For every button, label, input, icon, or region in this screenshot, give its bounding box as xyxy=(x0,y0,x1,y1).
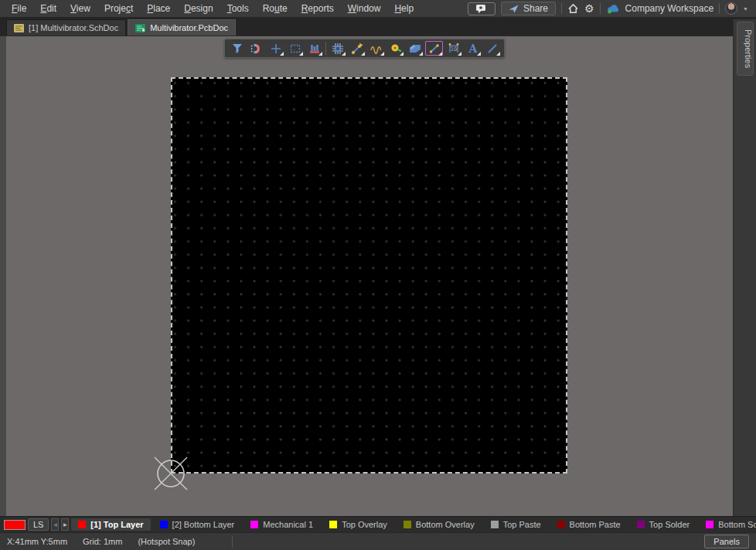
via-stack-icon xyxy=(308,42,322,56)
layer-tab-bottom-solder[interactable]: Bottom Solder xyxy=(699,518,756,531)
cursor-position-readout: X:41mm Y:5mm xyxy=(7,537,67,546)
layer-color-square xyxy=(491,521,499,528)
place-text-tool-button[interactable]: A xyxy=(463,40,482,56)
pcb-doc-icon xyxy=(135,24,145,32)
filter-tool-button[interactable] xyxy=(227,40,247,56)
layer-tab-bottom-paste[interactable]: Bottom Paste xyxy=(550,518,628,531)
share-arrow-icon xyxy=(509,5,519,13)
track-icon xyxy=(427,42,441,56)
layer-tab-bar: LS ◄ ► [1] Top Layer [2] Bottom Layer Me… xyxy=(0,516,756,532)
share-label: Share xyxy=(523,3,548,14)
schematic-doc-icon xyxy=(14,24,24,32)
board-origin-marker xyxy=(152,454,190,493)
pad-icon xyxy=(389,42,403,56)
text-icon: A xyxy=(466,42,480,56)
panels-button[interactable]: Panels xyxy=(704,535,749,548)
toolbar-separator xyxy=(325,42,326,55)
menu-place[interactable]: Place xyxy=(140,3,177,14)
comment-button[interactable] xyxy=(468,2,495,15)
filter-icon xyxy=(230,42,244,56)
selection-box-tool-button[interactable] xyxy=(285,40,305,56)
interactive-route-tool-button[interactable] xyxy=(347,40,366,56)
meander-icon xyxy=(369,42,383,56)
share-button[interactable]: Share xyxy=(501,2,556,15)
layer-color-square xyxy=(706,521,713,528)
layer-sets-button[interactable]: LS xyxy=(28,518,49,531)
line-icon xyxy=(485,42,499,56)
pcb-board-area[interactable] xyxy=(171,77,567,474)
menu-view[interactable]: View xyxy=(63,3,97,14)
dimension-icon: 10 xyxy=(447,42,461,56)
layer-color-square xyxy=(250,521,258,528)
altium-designer-window: File Edit View Project Place Design Tool… xyxy=(0,0,756,550)
layer-color-square xyxy=(329,521,337,528)
tab-multivibrator-schdoc[interactable]: [1] Multivibrator.SchDoc xyxy=(6,19,126,36)
right-panel-strip: Properties xyxy=(733,19,756,516)
comment-plus-icon xyxy=(475,4,487,14)
current-layer-color-swatch[interactable] xyxy=(4,520,26,530)
layer-tab-bottom-overlay[interactable]: Bottom Overlay xyxy=(397,518,482,531)
titlebar-right-controls: Share ⚙ Company Workspace ▼ xyxy=(468,2,751,15)
menu-reports[interactable]: Reports xyxy=(295,3,341,14)
home-icon[interactable] xyxy=(567,3,579,14)
scroll-layers-left-button[interactable]: ◄ xyxy=(51,518,59,531)
route-icon xyxy=(350,42,364,56)
layer-tab-top-overlay[interactable]: Top Overlay xyxy=(322,518,394,531)
cloud-workspace-icon xyxy=(606,4,620,14)
separator xyxy=(719,3,720,14)
menu-window[interactable]: Window xyxy=(341,3,388,14)
separator xyxy=(561,3,562,14)
layer-color-square xyxy=(404,521,411,528)
polygon-icon xyxy=(408,42,422,56)
gear-icon[interactable]: ⚙ xyxy=(584,3,594,14)
layer-color-square xyxy=(160,521,168,528)
scroll-layers-right-button[interactable]: ► xyxy=(61,518,69,531)
tab-label: [1] Multivibrator.SchDoc xyxy=(29,23,118,32)
layer-tab-top-solder[interactable]: Top Solder xyxy=(630,518,697,531)
dimension-tool-button[interactable]: 10 xyxy=(444,40,463,56)
svg-text:A: A xyxy=(468,42,478,55)
document-tab-bar: [1] Multivibrator.SchDoc Multivibrator.P… xyxy=(0,17,756,36)
menu-design[interactable]: Design xyxy=(177,3,220,14)
layer-tab-top-paste[interactable]: Top Paste xyxy=(484,518,548,531)
selection-rect-icon xyxy=(288,42,302,56)
separator xyxy=(232,536,233,548)
tab-label: Multivibrator.PcbDoc xyxy=(150,23,228,32)
menu-file[interactable]: File xyxy=(5,3,33,14)
layer-tab-bottom-layer[interactable]: [2] Bottom Layer xyxy=(153,518,242,531)
grid-readout: Grid: 1mm xyxy=(83,537,122,546)
place-component-tool-button[interactable] xyxy=(328,40,347,56)
menu-project[interactable]: Project xyxy=(97,3,140,14)
menu-edit[interactable]: Edit xyxy=(33,3,63,14)
layer-tab-mechanical-1[interactable]: Mechanical 1 xyxy=(243,518,320,531)
workspace-label[interactable]: Company Workspace xyxy=(625,3,714,14)
magnet-snap-tool-button[interactable] xyxy=(247,40,266,56)
layer-color-square xyxy=(78,521,86,528)
menu-bar: File Edit View Project Place Design Tool… xyxy=(0,0,756,17)
polygon-pour-tool-button[interactable] xyxy=(405,40,424,56)
properties-panel-tab[interactable]: Properties xyxy=(737,22,754,76)
menu-route[interactable]: Route xyxy=(256,3,295,14)
chip-icon xyxy=(331,42,345,56)
layer-color-square xyxy=(557,521,565,528)
place-pad-tool-button[interactable] xyxy=(386,40,405,56)
user-avatar[interactable] xyxy=(725,2,737,15)
magnet-icon xyxy=(250,42,264,56)
menu-tools[interactable]: Tools xyxy=(220,3,256,14)
separator xyxy=(600,3,601,14)
length-tuning-tool-button[interactable] xyxy=(366,40,386,56)
crosshair-tool-button[interactable] xyxy=(266,40,285,56)
svg-text:10: 10 xyxy=(450,46,456,53)
place-track-tool-button[interactable] xyxy=(424,40,444,56)
layer-tab-top-layer[interactable]: [1] Top Layer xyxy=(71,518,150,531)
left-edge-strip xyxy=(0,36,6,516)
snap-mode-readout: (Hotspot Snap) xyxy=(138,537,195,546)
place-line-tool-button[interactable] xyxy=(482,40,502,56)
tab-multivibrator-pcbdoc[interactable]: Multivibrator.PcbDoc xyxy=(128,19,236,36)
layer-color-square xyxy=(637,521,645,528)
via-stack-tool-button[interactable] xyxy=(305,40,324,56)
chevron-down-icon[interactable]: ▼ xyxy=(743,6,748,12)
menu-help[interactable]: Help xyxy=(387,3,421,14)
pcb-workspace[interactable]: 10 A xyxy=(0,36,756,516)
status-bar: X:41mm Y:5mm Grid: 1mm (Hotspot Snap) Pa… xyxy=(0,532,756,550)
